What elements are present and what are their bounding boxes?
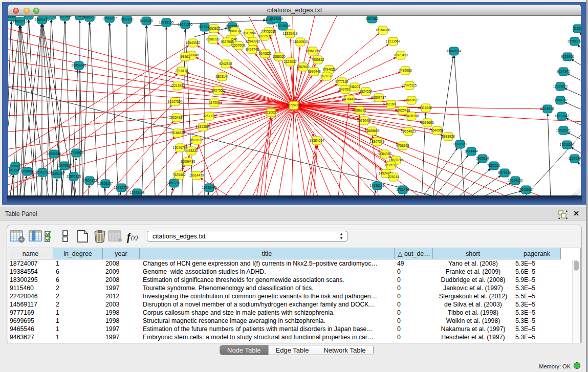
svg-text:3824554: 3824554: [359, 90, 373, 93]
svg-text:9129966: 9129966: [561, 55, 574, 58]
svg-text:3267110: 3267110: [203, 114, 216, 118]
svg-text:16107554: 16107554: [168, 100, 183, 103]
svg-text:1615112: 1615112: [385, 163, 398, 167]
svg-text:98961: 98961: [181, 55, 190, 58]
svg-text:90412: 90412: [47, 16, 56, 17]
svg-text:15751074: 15751074: [568, 39, 581, 43]
svg-text:15720407: 15720407: [357, 119, 372, 122]
svg-text:12923448: 12923448: [130, 191, 145, 194]
svg-text:16210643: 16210643: [555, 114, 570, 118]
svg-text:10688609: 10688609: [365, 129, 380, 133]
svg-text:1527602: 1527602: [120, 17, 134, 21]
svg-text:1621072: 1621072: [320, 74, 333, 78]
svg-text:9777169: 9777169: [335, 80, 349, 83]
svg-text:16543382: 16543382: [186, 41, 201, 45]
svg-text:16543382: 16543382: [246, 39, 260, 43]
svg-text:18640910: 18640910: [293, 40, 308, 43]
svg-text:12444157: 12444157: [553, 98, 568, 102]
svg-text:19218506: 19218506: [276, 24, 291, 28]
svg-text:23002: 23002: [267, 111, 276, 114]
svg-text:3215958: 3215958: [541, 107, 554, 111]
svg-text:9756928: 9756928: [396, 144, 409, 147]
svg-text:16961755: 16961755: [306, 49, 320, 53]
svg-text:8454749: 8454749: [246, 48, 259, 51]
svg-text:17975115: 17975115: [402, 83, 417, 87]
svg-text:24364436: 24364436: [342, 97, 357, 101]
svg-text:9794028: 9794028: [322, 68, 336, 71]
svg-text:7986372: 7986372: [353, 108, 366, 112]
svg-text:15692971: 15692971: [556, 128, 571, 132]
svg-text:9474444: 9474444: [465, 149, 478, 153]
svg-text:16782759: 16782759: [114, 186, 129, 189]
svg-text:9245612: 9245612: [519, 188, 533, 191]
svg-text:12505135: 12505135: [67, 174, 81, 178]
svg-text:2718176: 2718176: [175, 69, 188, 73]
svg-text:1588520: 1588520: [272, 55, 286, 58]
svg-text:(x): (x): [131, 234, 138, 241]
svg-text:1640957: 1640957: [430, 128, 444, 132]
svg-text:16671355: 16671355: [178, 23, 193, 26]
svg-text:9084067: 9084067: [378, 152, 391, 156]
svg-text:19166825: 19166825: [170, 131, 185, 135]
svg-text:10973493: 10973493: [394, 53, 408, 57]
svg-text:1156829: 1156829: [21, 169, 34, 173]
svg-text:14055712: 14055712: [13, 19, 28, 23]
svg-text:8660124: 8660124: [228, 29, 242, 33]
svg-text:13495758: 13495758: [404, 114, 419, 118]
svg-text:2087682: 2087682: [365, 17, 379, 20]
svg-text:391194: 391194: [8, 168, 19, 172]
svg-text:19654923: 19654923: [401, 129, 416, 133]
svg-text:16154808: 16154808: [376, 28, 390, 32]
svg-text:9699695: 9699695: [421, 121, 434, 124]
svg-text:19654987: 19654987: [169, 116, 184, 119]
svg-text:17016504: 17016504: [560, 143, 575, 146]
svg-text:8938928: 8938928: [453, 142, 467, 146]
svg-text:8578332: 8578332: [190, 138, 203, 142]
svg-text:7955812: 7955812: [311, 58, 324, 61]
svg-text:9857791: 9857791: [167, 181, 181, 185]
svg-text:9242848: 9242848: [219, 62, 232, 65]
svg-text:10975887: 10975887: [57, 164, 72, 167]
svg-text:9146821: 9146821: [258, 52, 272, 55]
svg-text:746206: 746206: [349, 85, 360, 89]
svg-text:10653267: 10653267: [102, 16, 117, 20]
svg-text:10654122: 10654122: [508, 179, 523, 182]
svg-text:20053346: 20053346: [72, 63, 86, 67]
svg-text:1733426: 1733426: [396, 188, 409, 191]
svg-text:9046791: 9046791: [83, 16, 96, 19]
svg-text:1362615: 1362615: [296, 65, 310, 69]
svg-text:13325419: 13325419: [283, 32, 298, 35]
svg-text:1145194: 1145194: [51, 172, 64, 176]
svg-text:18724007: 18724007: [287, 103, 301, 107]
svg-text:12942737: 12942737: [35, 170, 50, 174]
svg-text:8990448: 8990448: [308, 70, 321, 73]
svg-text:12213967: 12213967: [386, 39, 401, 43]
svg-text:103394: 103394: [23, 16, 34, 17]
svg-text:10807487: 10807487: [372, 96, 386, 99]
svg-text:7485063: 7485063: [399, 69, 412, 72]
svg-text:2803144: 2803144: [215, 75, 229, 78]
svg-text:7632621: 7632621: [487, 164, 500, 167]
svg-text:8427552: 8427552: [211, 89, 225, 92]
svg-text:19384554: 19384554: [310, 139, 324, 142]
svg-text:9327505: 9327505: [258, 34, 271, 38]
svg-text:10025438: 10025438: [396, 108, 410, 112]
svg-text:17359924: 17359924: [69, 151, 84, 155]
svg-text:1322037: 1322037: [284, 60, 297, 63]
svg-text:15718485: 15718485: [202, 186, 217, 189]
svg-text:2935114: 2935114: [476, 157, 489, 160]
svg-text:62160: 62160: [386, 102, 396, 106]
svg-text:19463627: 19463627: [404, 98, 419, 102]
svg-text:12213383: 12213383: [170, 84, 185, 87]
svg-text:8912954: 8912954: [243, 31, 256, 35]
svg-text:7663822: 7663822: [207, 27, 221, 30]
svg-text:225214: 225214: [388, 175, 399, 179]
svg-text:12093822: 12093822: [553, 84, 568, 88]
svg-text:1851404: 1851404: [58, 16, 72, 18]
svg-text:10958107: 10958107: [98, 182, 113, 185]
svg-text:16648754: 16648754: [447, 49, 462, 53]
svg-text:8186328: 8186328: [206, 37, 220, 41]
svg-text:6466160: 6466160: [140, 19, 153, 23]
svg-text:20206556: 20206556: [47, 152, 61, 156]
svg-text:8938928: 8938928: [442, 135, 455, 138]
